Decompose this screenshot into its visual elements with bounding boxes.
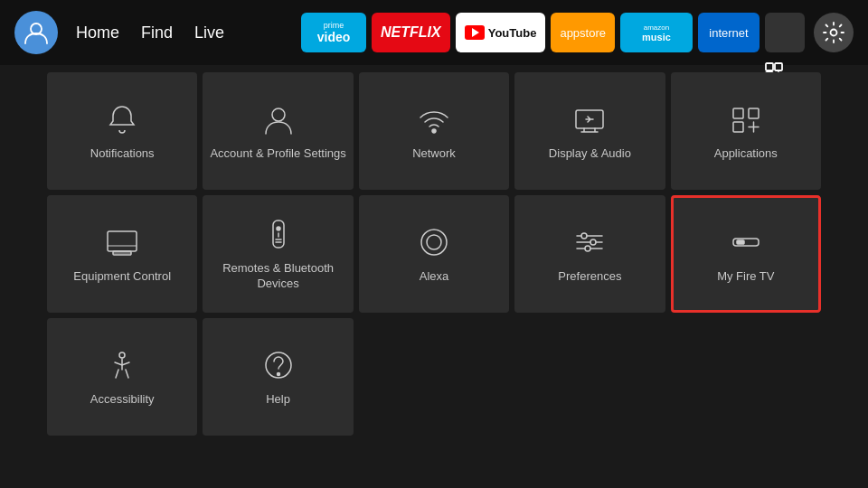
tile-account-label: Account & Profile Settings xyxy=(210,146,345,162)
tile-my-fire-tv-label: My Fire TV xyxy=(717,269,774,285)
display-icon xyxy=(571,101,608,137)
youtube-label: YouTube xyxy=(488,26,537,40)
svg-point-25 xyxy=(581,233,587,239)
nav-home[interactable]: Home xyxy=(76,23,119,42)
wifi-icon xyxy=(416,101,452,137)
help-icon xyxy=(260,347,297,383)
tile-preferences-label: Preferences xyxy=(558,269,621,285)
svg-point-26 xyxy=(590,239,596,245)
svg-rect-2 xyxy=(775,63,782,70)
svg-point-5 xyxy=(272,108,285,121)
tile-preferences[interactable]: Preferences xyxy=(514,195,665,313)
tile-help[interactable]: Help xyxy=(203,318,353,436)
settings-main: Notifications Account & Profile Settings… xyxy=(0,65,868,443)
youtube-button[interactable]: YouTube xyxy=(456,13,546,52)
user-avatar[interactable] xyxy=(14,11,58,54)
tile-notifications[interactable]: Notifications xyxy=(47,72,197,190)
svg-point-16 xyxy=(277,227,280,230)
all-apps-button[interactable] xyxy=(765,13,805,52)
tile-alexa[interactable]: Alexa xyxy=(359,195,509,313)
tile-equipment-label: Equipment Control xyxy=(73,269,171,285)
netflix-button[interactable]: NETFLIX xyxy=(372,13,450,52)
nav-links: Home Find Live xyxy=(76,23,224,42)
nav-live[interactable]: Live xyxy=(194,23,224,42)
settings-grid: Notifications Account & Profile Settings… xyxy=(47,72,821,436)
prime-top-label: prime xyxy=(324,21,344,30)
tile-applications-label: Applications xyxy=(714,146,778,162)
tile-remotes-label: Remotes & Bluetooth Devices xyxy=(203,261,353,292)
tile-help-label: Help xyxy=(266,392,290,408)
nav-find[interactable]: Find xyxy=(141,23,173,42)
svg-point-27 xyxy=(585,246,590,251)
svg-point-6 xyxy=(432,129,436,133)
sliders-icon xyxy=(571,224,608,260)
amazon-music-top: amazon xyxy=(644,23,669,32)
tile-my-fire-tv[interactable]: My Fire TV xyxy=(671,195,821,313)
youtube-play-icon xyxy=(465,25,485,40)
tile-notifications-label: Notifications xyxy=(90,146,155,162)
svg-rect-10 xyxy=(733,122,743,132)
tile-account-profile[interactable]: Account & Profile Settings xyxy=(203,72,353,190)
tv-icon xyxy=(104,224,140,260)
alexa-icon xyxy=(416,224,452,260)
tile-network[interactable]: Network xyxy=(359,72,509,190)
internet-button[interactable]: internet xyxy=(698,13,760,52)
app-shortcuts: prime video NETFLIX YouTube appstore ama… xyxy=(301,13,854,52)
tile-display-label: Display & Audio xyxy=(549,146,631,162)
appstore-button[interactable]: appstore xyxy=(551,13,615,52)
settings-button[interactable] xyxy=(814,13,854,52)
tile-equipment-control[interactable]: Equipment Control xyxy=(47,195,197,313)
svg-point-20 xyxy=(421,230,447,255)
apps-icon xyxy=(728,101,764,137)
remote-icon xyxy=(260,216,297,252)
svg-rect-8 xyxy=(733,108,743,118)
amazon-music-bot: music xyxy=(642,32,671,42)
tile-alexa-label: Alexa xyxy=(420,269,449,285)
youtube-inner: YouTube xyxy=(465,25,537,40)
svg-point-30 xyxy=(119,352,125,358)
tile-accessibility-label: Accessibility xyxy=(90,392,155,408)
svg-rect-9 xyxy=(749,108,759,118)
tile-network-label: Network xyxy=(412,146,456,162)
netflix-label: NETFLIX xyxy=(381,24,441,41)
tile-remotes-bluetooth[interactable]: Remotes & Bluetooth Devices xyxy=(203,195,353,313)
svg-point-4 xyxy=(831,30,837,36)
prime-bot-label: video xyxy=(317,30,351,44)
svg-point-32 xyxy=(277,372,279,375)
amazon-music-inner: amazon music xyxy=(642,23,671,42)
tile-applications[interactable]: Applications xyxy=(671,72,821,190)
internet-label: internet xyxy=(709,26,748,40)
tile-display-audio[interactable]: Display & Audio xyxy=(514,72,665,190)
amazon-music-button[interactable]: amazon music xyxy=(620,13,693,52)
prime-video-button[interactable]: prime video xyxy=(301,13,366,52)
firetv-icon xyxy=(728,224,764,260)
header: Home Find Live prime video NETFLIX YouTu… xyxy=(0,0,868,65)
svg-rect-1 xyxy=(766,63,773,70)
tile-accessibility[interactable]: Accessibility xyxy=(47,318,197,436)
svg-rect-11 xyxy=(108,231,137,251)
bell-icon xyxy=(104,101,140,137)
svg-point-21 xyxy=(427,235,441,249)
svg-rect-29 xyxy=(737,240,744,244)
appstore-label: appstore xyxy=(560,26,606,40)
accessibility-icon xyxy=(104,347,140,383)
person-icon xyxy=(260,101,297,137)
